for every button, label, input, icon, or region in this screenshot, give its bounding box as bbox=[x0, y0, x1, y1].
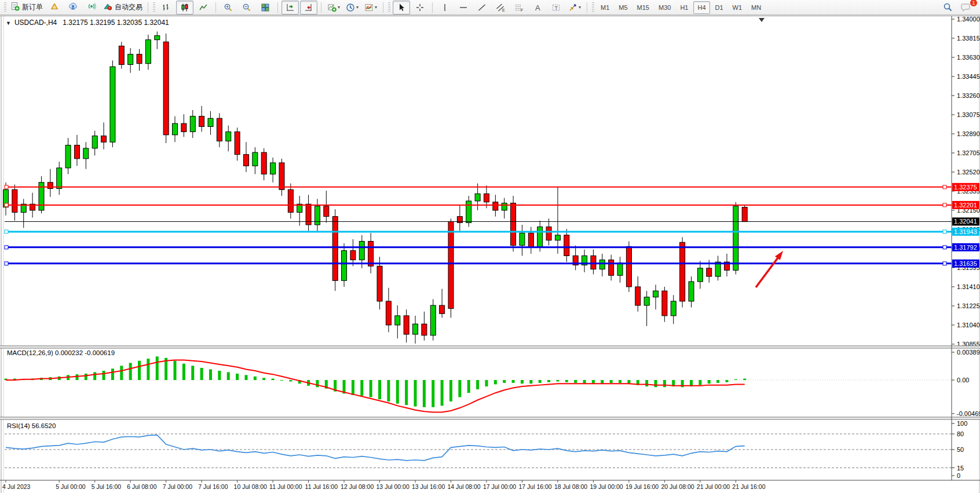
periods-button[interactable]: ▾ bbox=[343, 1, 361, 14]
bear-candle bbox=[609, 260, 614, 276]
macd-bar bbox=[654, 380, 657, 387]
notifications-button[interactable]: 1 bbox=[957, 1, 975, 14]
panel-separator[interactable] bbox=[0, 417, 980, 419]
price-tag-label: 1.31635 bbox=[954, 260, 977, 267]
toolbar-grip[interactable] bbox=[153, 2, 155, 13]
bull-candle bbox=[430, 305, 436, 335]
bull-candle bbox=[413, 324, 418, 334]
bar-chart-button[interactable] bbox=[158, 1, 175, 14]
bull-candle bbox=[502, 203, 507, 210]
line-handle[interactable] bbox=[943, 230, 946, 233]
zoom-in-button[interactable] bbox=[220, 1, 237, 14]
line-handle[interactable] bbox=[5, 262, 8, 265]
svg-text:1.33630: 1.33630 bbox=[957, 54, 980, 61]
macd-bar bbox=[138, 361, 141, 380]
svg-text:1.32520: 1.32520 bbox=[957, 169, 980, 176]
macd-bar bbox=[191, 366, 194, 380]
search-button[interactable] bbox=[939, 1, 956, 14]
mql5-community-button[interactable] bbox=[64, 1, 82, 14]
svg-text:1.33075: 1.33075 bbox=[957, 111, 980, 118]
timeframe-button-w1[interactable]: W1 bbox=[729, 1, 747, 14]
bull-candle bbox=[671, 301, 676, 316]
cursor-button[interactable] bbox=[393, 1, 410, 14]
templates-button[interactable]: ▾ bbox=[362, 1, 379, 14]
bull-candle bbox=[342, 251, 347, 281]
vertical-line-button[interactable] bbox=[436, 1, 454, 14]
chart-shift-button[interactable] bbox=[300, 1, 317, 14]
macd-bar bbox=[209, 370, 212, 380]
metaeditor-button[interactable] bbox=[46, 1, 63, 14]
macd-bar bbox=[467, 380, 470, 393]
macd-bar bbox=[75, 374, 78, 380]
macd-bar bbox=[352, 380, 354, 395]
toolbar-grip[interactable] bbox=[4, 2, 6, 13]
macd-bar bbox=[182, 364, 185, 380]
date-label: 21 Jul 16:00 bbox=[732, 483, 765, 490]
line-handle[interactable] bbox=[943, 203, 946, 207]
line-handle[interactable] bbox=[943, 185, 946, 189]
line-handle[interactable] bbox=[943, 262, 946, 265]
timeframe-button-m15[interactable]: M15 bbox=[633, 1, 653, 14]
ohlc-values: 1.32175 1.32195 1.32035 1.32041 bbox=[63, 19, 169, 27]
timeframe-button-m30[interactable]: M30 bbox=[654, 1, 675, 14]
equidistant-channel-button[interactable]: E bbox=[492, 1, 509, 14]
panel-separator[interactable] bbox=[0, 346, 980, 348]
text-label-button[interactable]: T bbox=[547, 1, 565, 14]
line-chart-button[interactable] bbox=[195, 1, 212, 14]
timeframe-button-m5[interactable]: M5 bbox=[615, 1, 631, 14]
one-click-trading-toggle[interactable]: ▼ bbox=[6, 20, 11, 26]
line-handle[interactable] bbox=[5, 185, 8, 189]
line-handle[interactable] bbox=[943, 246, 946, 249]
date-label: 21 Jul 00:00 bbox=[697, 483, 730, 490]
line-handle[interactable] bbox=[5, 230, 8, 233]
bear-candle bbox=[163, 42, 169, 135]
indicators-dropdown[interactable]: ▾ bbox=[338, 5, 340, 10]
svg-text:1.33445: 1.33445 bbox=[957, 73, 980, 80]
timeframe-button-h4[interactable]: H4 bbox=[693, 1, 710, 14]
svg-text:0: 0 bbox=[957, 472, 960, 479]
bull-candle bbox=[57, 168, 62, 189]
timeframe-toolbar: M1M5M15M30H1H4D1W1MN bbox=[596, 1, 766, 14]
date-label: 5 Jul 00:00 bbox=[56, 483, 86, 490]
svg-text:0.00: 0.00 bbox=[957, 377, 969, 384]
text-button[interactable]: A bbox=[529, 1, 546, 14]
toolbar-grip[interactable] bbox=[592, 2, 594, 13]
timeframe-button-m1[interactable]: M1 bbox=[597, 1, 613, 14]
macd-bar bbox=[85, 374, 87, 380]
candlestick-chart-button[interactable] bbox=[176, 1, 193, 14]
timeframe-button-d1[interactable]: D1 bbox=[711, 1, 727, 14]
tile-windows-button[interactable] bbox=[257, 1, 274, 14]
crosshair-button[interactable] bbox=[411, 1, 429, 14]
periods-dropdown[interactable]: ▾ bbox=[356, 5, 359, 10]
horizontal-line-button[interactable] bbox=[455, 1, 472, 14]
price-tag-label: 1.32201 bbox=[954, 202, 977, 209]
arrows-dropdown[interactable]: ▾ bbox=[579, 5, 581, 10]
line-handle[interactable] bbox=[5, 203, 8, 207]
bear-candle bbox=[662, 291, 667, 316]
chart-canvas[interactable]: 1.340001.338151.336301.334451.332601.330… bbox=[0, 16, 980, 493]
timeframe-button-mn[interactable]: MN bbox=[747, 1, 765, 14]
text-glyph: A bbox=[535, 3, 540, 12]
trendline-button[interactable] bbox=[473, 1, 491, 14]
auto-scroll-button[interactable] bbox=[281, 1, 299, 14]
templates-dropdown[interactable]: ▾ bbox=[375, 5, 377, 10]
date-label: 7 Jul 00:00 bbox=[163, 483, 193, 490]
bull-candle bbox=[475, 193, 480, 200]
signals-button[interactable] bbox=[83, 1, 100, 14]
new-order-button[interactable]: 新订单 bbox=[9, 1, 45, 14]
bear-candle bbox=[564, 235, 569, 256]
bear-candle bbox=[332, 217, 338, 281]
zoom-out-button[interactable] bbox=[238, 1, 255, 14]
algo-trading-button[interactable]: 自动交易 bbox=[101, 1, 144, 14]
bear-candle bbox=[484, 193, 489, 202]
fibonacci-button[interactable]: F bbox=[510, 1, 528, 14]
toolbar-grip[interactable] bbox=[388, 2, 390, 13]
svg-text:1.31040: 1.31040 bbox=[957, 322, 980, 328]
bear-candle bbox=[350, 251, 356, 260]
bull-candle bbox=[253, 152, 258, 166]
macd-bar bbox=[708, 380, 711, 384]
line-handle[interactable] bbox=[5, 246, 8, 249]
timeframe-button-h1[interactable]: H1 bbox=[676, 1, 692, 14]
arrows-button[interactable]: ▾ bbox=[566, 1, 583, 14]
indicators-button[interactable]: ▾ bbox=[325, 1, 342, 14]
